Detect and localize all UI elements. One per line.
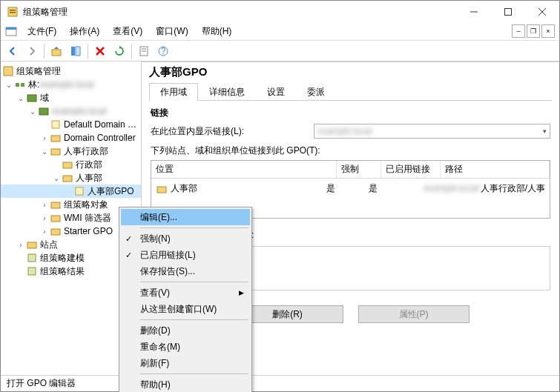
menu-view[interactable]: 查看(V) (107, 24, 148, 39)
folder-icon (50, 212, 62, 224)
svg-rect-33 (27, 242, 36, 248)
col-enabled[interactable]: 已启用链接 (381, 161, 441, 178)
cm-save-report[interactable]: 保存报告(S)... (121, 263, 250, 279)
ou-icon (156, 183, 168, 195)
col-path[interactable]: 路径 (441, 161, 550, 178)
svg-rect-22 (27, 95, 36, 102)
tree-default-domain-policy[interactable]: Default Domain Po (1, 118, 141, 131)
mdi-close[interactable]: × (541, 24, 555, 38)
tab-settings[interactable]: 设置 (256, 83, 296, 101)
show-hide-button[interactable] (67, 42, 85, 60)
svg-rect-34 (28, 254, 36, 262)
properties-button[interactable] (135, 42, 153, 60)
properties-button[interactable]: 属性(P) (358, 305, 470, 323)
ou-icon (50, 132, 62, 144)
svg-rect-23 (39, 108, 48, 115)
svg-rect-36 (157, 187, 166, 193)
menu-action[interactable]: 操作(A) (64, 24, 105, 39)
expander-icon[interactable]: › (39, 214, 50, 222)
menu-file[interactable]: 文件(F) (22, 24, 62, 39)
col-location[interactable]: 位置 (151, 161, 337, 178)
detail-title: 人事部GPO (149, 65, 552, 79)
toolbar: ? (1, 41, 559, 62)
submenu-arrow-icon: ▶ (239, 289, 244, 296)
tree-hr-gpo[interactable]: 人事部GPO (1, 185, 141, 198)
back-button[interactable] (4, 42, 22, 60)
cm-new-window[interactable]: 从这里创建窗口(W) (121, 301, 250, 317)
up-button[interactable] (47, 42, 65, 60)
svg-rect-4 (505, 9, 512, 16)
expander-icon[interactable]: ⌄ (16, 94, 26, 102)
menu-bar: 文件(F) 操作(A) 查看(V) 窗口(W) 帮助(H) – ❐ × (1, 23, 559, 41)
tree-hr-admin-ou[interactable]: ⌄ 人事行政部 (1, 144, 141, 158)
close-button[interactable] (525, 1, 559, 23)
cm-delete[interactable]: 删除(D) (121, 322, 250, 339)
tree-forest[interactable]: ⌄ 林:example.local (1, 78, 141, 91)
tree-domain[interactable]: ⌄ example.local (1, 104, 141, 118)
svg-rect-30 (51, 202, 60, 208)
tree-root[interactable]: 组策略管理 (1, 64, 141, 78)
cm-enforce[interactable]: ✓强制(N) (121, 230, 250, 247)
expander-icon[interactable]: ⌄ (39, 147, 50, 156)
expander-icon[interactable]: ⌄ (51, 174, 62, 182)
expander-icon[interactable]: ⌄ (4, 81, 14, 89)
expander-icon[interactable]: › (39, 134, 50, 142)
cm-view[interactable]: 查看(V)▶ (121, 285, 250, 301)
cm-rename[interactable]: 重命名(M) (121, 339, 250, 355)
cm-help[interactable]: 帮助(H) (121, 376, 250, 392)
sites-icon (26, 239, 38, 250)
svg-rect-31 (51, 216, 60, 222)
context-menu: 编辑(E)... ✓强制(N) ✓已启用链接(L) 保存报告(S)... 查看(… (119, 207, 252, 392)
expander-icon[interactable]: › (16, 241, 26, 249)
check-icon: ✓ (125, 234, 132, 244)
app-icon (7, 6, 19, 18)
svg-rect-28 (63, 176, 72, 182)
tree-domain-controllers[interactable]: › Domain Controller (1, 131, 141, 144)
expander-icon[interactable]: ⌄ (27, 107, 38, 116)
mdi-restore[interactable]: ❐ (527, 24, 540, 38)
cm-enable-link[interactable]: ✓已启用链接(L) (121, 247, 250, 263)
domain-dropdown[interactable]: example.local ▾ (314, 124, 550, 139)
svg-rect-24 (52, 121, 59, 128)
tabs: 作用域 详细信息 设置 委派 (149, 82, 552, 101)
tree-admin-dept[interactable]: 行政部 (1, 158, 141, 171)
tab-delegation[interactable]: 委派 (296, 83, 336, 101)
folder-icon (50, 225, 62, 237)
expander-icon[interactable]: › (39, 227, 50, 236)
mdi-minimize[interactable]: – (512, 24, 525, 38)
expander-icon[interactable]: › (39, 201, 50, 209)
domain-icon (38, 105, 50, 117)
domains-icon (26, 92, 38, 104)
tab-details[interactable]: 详细信息 (198, 83, 256, 101)
svg-rect-26 (51, 149, 60, 155)
svg-rect-25 (51, 136, 60, 142)
col-enforced[interactable]: 强制 (337, 161, 381, 178)
svg-rect-29 (76, 187, 83, 195)
svg-rect-11 (76, 47, 80, 56)
folder-icon (50, 199, 62, 210)
forward-button[interactable] (23, 42, 41, 60)
svg-rect-19 (4, 67, 13, 76)
chevron-down-icon: ▾ (543, 127, 547, 135)
status-bar: 打开 GPO 编辑器 (1, 375, 559, 391)
cm-refresh[interactable]: 刷新(F) (121, 355, 250, 371)
delete-button[interactable] (91, 42, 109, 60)
minimize-button[interactable] (457, 1, 491, 23)
maximize-button[interactable] (491, 1, 525, 23)
menu-help[interactable]: 帮助(H) (196, 24, 238, 39)
svg-rect-27 (63, 162, 72, 168)
svg-rect-1 (10, 10, 16, 11)
tab-scope[interactable]: 作用域 (149, 83, 198, 101)
ou-icon (50, 145, 62, 157)
results-icon (26, 265, 38, 277)
tree-hr-dept[interactable]: ⌄ 人事部 (1, 171, 141, 185)
refresh-button[interactable] (111, 42, 128, 60)
table-row[interactable]: 人事部 是 是 example.local/人事行政部/人事 (151, 179, 550, 199)
cm-edit[interactable]: 编辑(E)... (121, 209, 250, 225)
title-bar: 组策略管理 (1, 1, 559, 23)
svg-rect-8 (6, 27, 16, 30)
menu-window[interactable]: 窗口(W) (150, 24, 194, 39)
tree-domains[interactable]: ⌄ 域 (1, 91, 141, 104)
help-button[interactable]: ? (154, 42, 172, 60)
gpo-link-icon (50, 119, 62, 130)
